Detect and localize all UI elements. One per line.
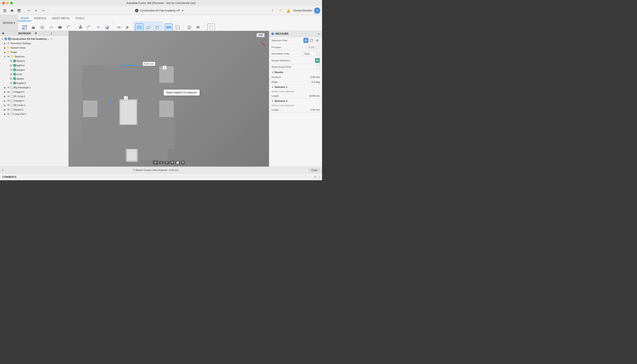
app-menu-button[interactable] xyxy=(2,8,8,14)
zoom-button[interactable]: 🔍 xyxy=(164,161,170,164)
tree-item-polygon1[interactable]: ▶ Polygon:1 xyxy=(0,90,68,94)
eye-icon-circle45[interactable] xyxy=(7,94,10,98)
undo-dropdown[interactable]: ▾ xyxy=(33,8,39,14)
eye-icon-longpart[interactable] xyxy=(7,112,10,116)
insert-mesh-button[interactable] xyxy=(185,24,193,31)
notifications-button[interactable]: 🔔 xyxy=(285,8,292,14)
fillet-modify-button[interactable] xyxy=(85,24,93,31)
tab-surface[interactable]: SURFACE xyxy=(31,16,49,21)
tangent-plane-button[interactable] xyxy=(153,24,161,31)
viewport-background[interactable]: 5.00 mm 1 2 Select objects to measure. xyxy=(69,31,269,166)
measure-button[interactable] xyxy=(165,24,173,31)
precision-dropdown[interactable]: ▾ xyxy=(317,46,320,49)
display-dropdown[interactable] xyxy=(181,160,185,164)
close-button[interactable]: Close xyxy=(309,168,320,172)
joint-button[interactable] xyxy=(115,24,123,31)
eye-icon-square[interactable] xyxy=(9,77,13,80)
eye-icon-polygon1[interactable] xyxy=(7,90,10,94)
tab-close-button[interactable]: ✕ xyxy=(182,9,184,12)
close-window-button[interactable] xyxy=(2,2,5,4)
filter-btn-face[interactable] xyxy=(315,38,320,43)
snap-button[interactable]: ⊕ xyxy=(159,161,163,164)
tree-item-named-views[interactable]: ▶ 📁 Named Views xyxy=(0,46,68,50)
tree-item-circle45[interactable]: ▶ 45 Circle:1 xyxy=(0,94,68,98)
tree-item-longpart[interactable]: ▶ Long Part:1 xyxy=(0,112,68,116)
decal-button[interactable] xyxy=(194,24,202,31)
tree-item-longRect[interactable]: S longRect xyxy=(0,81,68,85)
snap-points-checkbox[interactable] xyxy=(317,66,320,68)
eye-icon-circle[interactable] xyxy=(9,72,13,76)
restart-selection-button[interactable]: ⟳ xyxy=(315,58,320,63)
minimize-window-button[interactable] xyxy=(6,2,9,4)
plane-at-angle-button[interactable] xyxy=(144,24,152,31)
assemble-group-items xyxy=(115,24,132,31)
tree-item-circle90[interactable]: ▶ 90 Circle:1 xyxy=(0,103,68,107)
panel-expand-icon[interactable]: ◂▸ xyxy=(318,33,320,35)
tree-item-doc-settings[interactable]: ▶ ⚙ Document Settings xyxy=(0,41,68,46)
eye-icon-bigRect[interactable] xyxy=(9,64,13,67)
selection2-title[interactable]: ▼ Selection 2 xyxy=(269,98,322,103)
secondary-units-dropdown[interactable]: ▾ xyxy=(317,52,320,56)
tree-item-square[interactable]: S square xyxy=(0,76,68,81)
extrude-button[interactable] xyxy=(30,24,37,31)
tree-item-big-rect[interactable]: ▶ Big Rectangle:1 xyxy=(0,85,68,90)
sweep-button[interactable] xyxy=(47,24,55,31)
grid-icon[interactable] xyxy=(153,160,158,165)
viewport[interactable]: 5.00 mm 1 2 Select objects to measure. xyxy=(69,31,269,166)
tree-item-root[interactable]: ▼ F C Construction Kit Fab Academy.... ⟳ xyxy=(0,37,68,41)
tree-item-circle[interactable]: S circle xyxy=(0,72,68,76)
tree-item-origin[interactable]: ▶ 📁 Origin xyxy=(0,50,68,54)
design-workspace-button[interactable]: DESIGN ▾ xyxy=(0,15,18,31)
tab-tools[interactable]: TOOLS xyxy=(73,16,87,21)
filter-btn-edge[interactable] xyxy=(309,38,314,43)
eye-icon-circle90[interactable] xyxy=(7,103,10,107)
section-analysis-button[interactable] xyxy=(174,24,182,31)
save-button[interactable] xyxy=(16,8,22,14)
redo-button[interactable]: ↪ xyxy=(40,8,46,14)
document-tab[interactable]: F Construction Kit Fab Academy v5* ✕ xyxy=(50,8,269,12)
user-avatar[interactable]: A xyxy=(314,8,320,14)
extension-button[interactable]: ⚡ xyxy=(277,8,284,14)
zoom-dropdown[interactable] xyxy=(170,160,174,164)
selection1-title[interactable]: ▼ Selection 1 xyxy=(269,84,322,90)
offset-plane-button[interactable] xyxy=(135,24,143,31)
orientation-cube-area[interactable]: TOP ✕ xyxy=(250,33,267,50)
filter-btn-vertex[interactable] xyxy=(303,38,308,43)
tree-item-sketch1[interactable]: S Sketch1 xyxy=(0,59,68,63)
undo-button[interactable]: ↩ xyxy=(26,8,32,14)
eye-icon-square1[interactable] xyxy=(7,108,10,111)
sketch-tool-button[interactable] xyxy=(21,24,29,31)
hole-button[interactable] xyxy=(56,24,64,31)
tree-item-sketches[interactable]: ▼ 📁 Sketches xyxy=(0,54,68,59)
tab-sheet-metal[interactable]: SHEET METAL xyxy=(49,16,73,21)
tab-solid[interactable]: SOLID xyxy=(18,16,31,21)
eye-icon-longRect[interactable] xyxy=(9,81,13,85)
comments-pin-icon[interactable]: | xyxy=(319,175,320,178)
new-tab-button[interactable]: ＋ xyxy=(269,8,276,14)
motion-study-button[interactable] xyxy=(124,24,132,31)
window-select-button[interactable] xyxy=(207,24,215,31)
revolve-button[interactable] xyxy=(38,24,46,31)
fx-button[interactable]: fx xyxy=(94,24,102,31)
tree-item-square1[interactable]: ▶ Square:1 xyxy=(0,107,68,112)
fillet-button[interactable] xyxy=(65,24,73,31)
comments-settings-icon[interactable]: ⚙ xyxy=(314,175,317,178)
browser-settings-icon[interactable]: ⚙ xyxy=(35,32,50,35)
maximize-window-button[interactable] xyxy=(10,2,13,4)
eye-icon-triangle[interactable] xyxy=(7,99,10,102)
tree-item-bigRect[interactable]: S bigRect xyxy=(0,63,68,68)
physical-material-button[interactable] xyxy=(103,24,111,31)
display-mode-button[interactable]: ⬜ xyxy=(175,161,180,164)
eye-icon-polygon[interactable] xyxy=(9,68,13,72)
results-title[interactable]: ▼ Results xyxy=(269,70,322,75)
browser-pin-icon[interactable]: | xyxy=(51,32,67,35)
home-button[interactable] xyxy=(9,8,15,14)
eye-icon-sketches[interactable] xyxy=(7,55,10,58)
collapse-browser-button[interactable]: ◀ xyxy=(2,32,17,35)
eye-icon-sketch1[interactable] xyxy=(9,59,13,63)
tree-item-polygon[interactable]: S polygon xyxy=(0,68,68,72)
press-pull-button[interactable] xyxy=(77,24,85,31)
eye-icon-big-rect[interactable] xyxy=(7,86,10,89)
refresh-icon[interactable]: ⟳ xyxy=(50,38,52,40)
tree-item-triangle[interactable]: ▶ Triangle:1 xyxy=(0,98,68,103)
